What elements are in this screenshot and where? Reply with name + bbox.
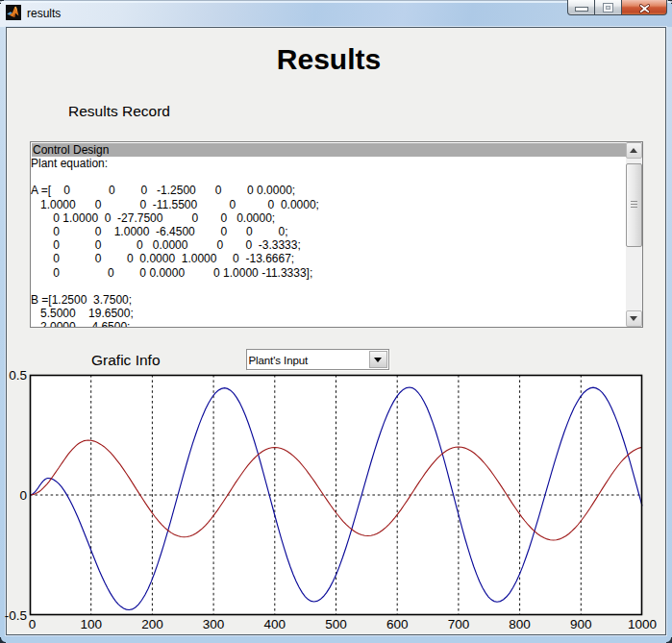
svg-text:400: 400 xyxy=(264,617,286,631)
svg-text:800: 800 xyxy=(509,617,531,631)
svg-text:0: 0 xyxy=(19,488,27,503)
svg-text:500: 500 xyxy=(325,617,347,631)
svg-text:300: 300 xyxy=(203,617,225,631)
svg-text:0.5: 0.5 xyxy=(9,368,27,383)
svg-text:900: 900 xyxy=(570,617,592,631)
svg-text:700: 700 xyxy=(448,617,470,631)
svg-text:200: 200 xyxy=(141,617,163,631)
svg-text:100: 100 xyxy=(80,617,102,631)
svg-text:600: 600 xyxy=(386,617,409,631)
svg-text:-0.5: -0.5 xyxy=(5,608,27,623)
svg-text:1000: 1000 xyxy=(628,617,657,631)
svg-text:0: 0 xyxy=(29,617,37,631)
